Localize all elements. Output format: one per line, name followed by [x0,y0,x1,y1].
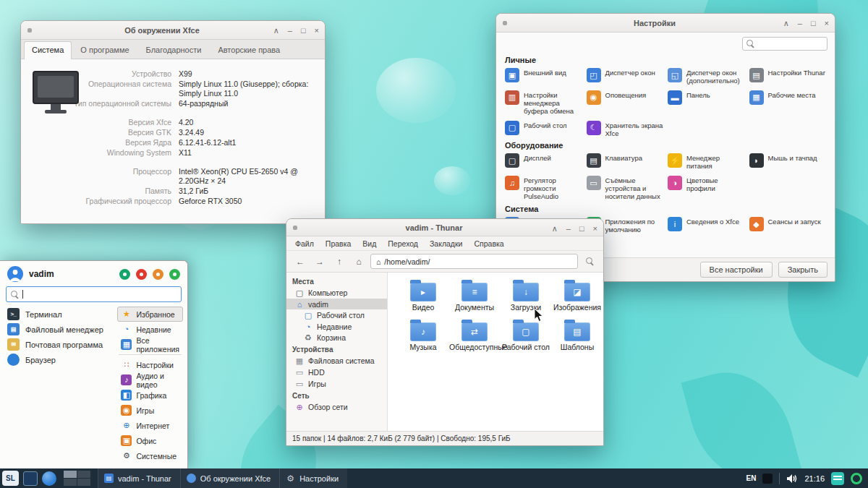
applications-menu-button[interactable]: SL [2,471,19,486]
sidebar-item-network[interactable]: ⊕Обзор сети [286,401,387,413]
home-button[interactable]: ⌂ [351,254,367,269]
window-menu-icon[interactable] [503,21,507,25]
settings-item-clipboard[interactable]: ▥Настройки менеджера буфера обмена [505,90,582,116]
settings-item-workspaces[interactable]: ▦Рабочие места [749,90,827,116]
tab-copyright[interactable]: Авторские права [210,41,288,59]
tab-system[interactable]: Система [24,41,72,59]
back-button[interactable]: ← [292,254,308,269]
category-internet[interactable]: ⊕Интернет [117,418,183,433]
workspace-switcher[interactable] [64,471,90,486]
category-recent[interactable]: ◔Недавние [117,322,183,337]
folder-music[interactable]: ♪Музыка [398,322,448,352]
search-button[interactable] [582,254,597,269]
switch-user-icon[interactable] [153,269,163,280]
category-all-apps[interactable]: ▦Все приложения [117,337,183,352]
settings-item-pulseaudio[interactable]: ♫Регулятор громкости PulseAudio [505,176,582,201]
path-bar[interactable]: ⌂ /home/vadim/ [370,254,578,269]
window-menu-icon[interactable] [27,28,32,33]
settings-item-screensaver[interactable]: ☾Хранитель экрана Xfce [587,121,664,138]
keyboard-layout-indicator[interactable]: EN [746,474,757,482]
terminal-launcher-icon[interactable] [23,471,38,486]
category-system[interactable]: ⚙Системные [117,448,183,463]
settings-item-window-manager-tweaks[interactable]: ◱Диспетчер окон (дополнительно) [668,68,745,85]
category-multimedia[interactable]: ♪Аудио и видео [117,372,183,388]
window-menu-icon[interactable] [293,226,297,230]
app-browser[interactable]: Браузер [4,352,114,367]
rollup-icon[interactable]: ∧ [273,27,279,35]
all-settings-icon[interactable] [119,269,130,280]
up-button[interactable]: ↑ [331,254,347,269]
menu-bookmarks[interactable]: Закладки [430,239,462,248]
tab-credits[interactable]: Благодарности [138,41,210,59]
sidebar-item-computer[interactable]: ▢Компьютер [286,287,387,299]
volume-icon[interactable] [786,474,798,484]
folder-video[interactable]: ▸Видео [398,283,448,312]
folder-desktop[interactable]: ▢Рабочий стол [501,322,551,352]
settings-item-removable-media[interactable]: ▭Съёмные устройства и носители данных [587,176,664,201]
menu-help[interactable]: Справка [474,239,503,248]
sidebar-item-filesystem[interactable]: ▦Файловая система [286,355,387,367]
close-icon[interactable]: × [593,225,597,233]
settings-titlebar[interactable]: Настройки ∧ – □ × [496,14,835,33]
category-graphics[interactable]: ◧Графика [117,388,183,403]
about-titlebar[interactable]: Об окружении Xfce ∧ – □ × [21,21,325,40]
folder-documents[interactable]: ≡Документы [449,283,500,312]
folder-templates[interactable]: ▤Шаблоны [552,322,603,352]
minimize-icon[interactable]: – [798,20,802,27]
sidebar-item-hdd[interactable]: ▭HDD [286,367,387,378]
taskbar-window-about[interactable]: Об окружении Xfce [180,468,279,488]
settings-item-power-manager[interactable]: ⚡Менеджер питания [668,153,745,171]
app-terminal[interactable]: >_Терминал [4,307,114,322]
taskbar-window-settings[interactable]: ⚙Настройки [279,468,347,488]
settings-item-color-profiles[interactable]: ◑Цветовые профили [668,176,745,201]
settings-search-input[interactable] [742,37,827,51]
menu-view[interactable]: Вид [362,239,376,248]
settings-item-session[interactable]: ◆Сеансы и запуск [749,217,827,242]
tray-status-icon[interactable] [851,473,862,484]
close-icon[interactable]: × [825,20,829,27]
sidebar-item-home[interactable]: ⌂vadim [286,299,387,309]
category-games[interactable]: ◉Игры [117,403,183,418]
category-office[interactable]: ▣Офис [117,433,183,448]
rollup-icon[interactable]: ∧ [552,225,558,233]
settings-item-desktop[interactable]: ▢Рабочий стол [505,121,582,138]
browser-launcher-icon[interactable] [42,471,56,486]
menu-go[interactable]: Переход [388,239,418,248]
folder-public[interactable]: ⇄Общедоступные [449,322,500,352]
close-icon[interactable]: × [315,27,319,35]
menu-file[interactable]: Файл [295,239,314,248]
settings-item-window-manager[interactable]: ◰Диспетчер окон [587,68,664,85]
logout-icon[interactable] [169,269,180,280]
close-button[interactable]: Закрыть [778,262,827,278]
category-settings[interactable]: ∷Настройки [117,357,183,372]
settings-item-keyboard[interactable]: ▤Клавиатура [587,153,664,171]
menu-edit[interactable]: Правка [326,239,351,248]
settings-item-about-xfce[interactable]: iСведения о Xfce [668,217,745,242]
settings-item-panel[interactable]: ▬Панель [668,90,745,116]
tab-about[interactable]: О программе [72,41,137,59]
maximize-icon[interactable]: □ [579,225,584,233]
lock-screen-icon[interactable] [136,269,147,280]
app-file-manager[interactable]: ▤Файловый менеджер [4,322,114,337]
tray-icon[interactable] [762,474,773,484]
tray-app-icon[interactable] [831,472,844,485]
sidebar-item-trash[interactable]: ♻Корзина [286,332,387,343]
app-mail[interactable]: ✉Почтовая программа [4,337,114,352]
minimize-icon[interactable]: – [566,225,571,233]
menu-search-input[interactable] [6,286,182,302]
taskbar-window-thunar[interactable]: ▤vadim - Thunar [98,468,180,488]
thunar-titlebar[interactable]: vadim - Thunar ∧ – □ × [286,219,603,236]
category-favorites[interactable]: ★Избранное [117,307,183,322]
all-settings-button[interactable]: Все настройки [700,262,773,278]
forward-button[interactable]: → [312,254,328,269]
minimize-icon[interactable]: – [288,27,292,35]
rollup-icon[interactable]: ∧ [783,20,789,27]
folder-pictures[interactable]: ◪Изображения [552,283,603,312]
settings-item-appearance[interactable]: ▣Внешний вид [505,68,582,85]
settings-item-display[interactable]: ▢Дисплей [505,153,582,171]
sidebar-item-recent[interactable]: ◔Недавние [286,321,387,332]
maximize-icon[interactable]: □ [301,27,306,35]
maximize-icon[interactable]: □ [811,20,816,27]
clock[interactable]: 21:16 [804,474,825,483]
settings-item-thunar[interactable]: ▤Настройки Thunar [749,68,827,85]
